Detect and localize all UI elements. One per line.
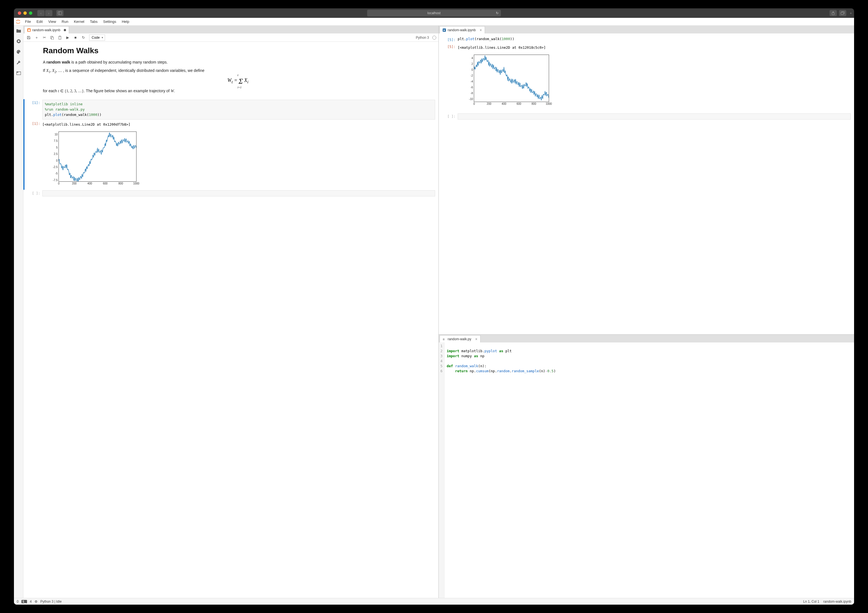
- copy-button[interactable]: [49, 34, 55, 41]
- notebook-icon: ▸: [443, 28, 446, 32]
- sidebar-icon: [58, 11, 62, 15]
- sidebar-toggle-button[interactable]: [56, 10, 64, 16]
- running-icon: [16, 39, 21, 43]
- running-tab[interactable]: [16, 39, 22, 44]
- page-title: Random Walks: [43, 46, 433, 55]
- tab-random-walk-notebook-left[interactable]: ▦ random-walk.ipynb: [24, 26, 69, 33]
- empty-input-prompt: [ ]:: [25, 190, 42, 196]
- notebook-icon: ▦: [27, 28, 31, 32]
- code-input[interactable]: %matplotlib inline %run random-walk.py p…: [42, 100, 435, 119]
- stop-button[interactable]: ■: [73, 34, 79, 41]
- open-tabs-icon: [16, 71, 21, 75]
- window-controls: [18, 11, 32, 15]
- run-button[interactable]: ▶: [65, 34, 71, 41]
- insert-cell-button[interactable]: ＋: [33, 34, 40, 41]
- new-tab-button[interactable]: +: [849, 11, 852, 16]
- empty-code-cell-left[interactable]: [ ]:: [23, 190, 439, 197]
- left-tabstrip: ▦ random-walk.ipynb: [23, 26, 439, 33]
- reload-icon[interactable]: ↻: [496, 11, 499, 15]
- cell-type-select[interactable]: Code: [89, 34, 105, 41]
- text-file-icon: ≡: [443, 337, 446, 341]
- browser-titlebar: ‹ › localhost ↻ +: [14, 8, 854, 18]
- dock-panel: ▦ random-walk.ipynb ＋ ✂ ▶ ■ ↻: [23, 26, 854, 598]
- status-cog-icon[interactable]: ⚙: [34, 600, 37, 604]
- forward-button[interactable]: ›: [45, 10, 53, 16]
- notebook-body-left[interactable]: Random Walks A random walk is a path obt…: [23, 42, 439, 598]
- right-dock: ▸ random-walk.ipynb × [5]: plt.plot(rand…: [439, 26, 854, 598]
- empty-code-input[interactable]: [42, 190, 435, 196]
- tabs-button[interactable]: [839, 10, 846, 16]
- markdown-cell[interactable]: Random Walks A random walk is a path obt…: [23, 42, 439, 99]
- right-bottom-panel: ≡ random-walk.py × 123456 import: [439, 335, 854, 598]
- jupyter-icon: [16, 19, 21, 25]
- cell-type-label: Code: [91, 36, 100, 40]
- code-line-4: [447, 358, 556, 364]
- jupyter-logo[interactable]: [14, 18, 22, 26]
- right-top-panel: ▸ random-walk.ipynb × [5]: plt.plot(rand…: [439, 26, 854, 335]
- minimize-window-button[interactable]: [23, 11, 27, 15]
- browser-window: ‹ › localhost ↻ + File Edit: [14, 8, 854, 605]
- code-line-3: import numpy as np: [447, 354, 556, 358]
- close-icon[interactable]: ×: [475, 337, 477, 341]
- file-browser-tab[interactable]: [16, 28, 22, 33]
- svg-rect-15: [59, 36, 60, 37]
- notebook-toolbar: ＋ ✂ ▶ ■ ↻ Code Python 3: [23, 33, 439, 42]
- close-window-button[interactable]: [18, 11, 21, 15]
- output-prompt: [5]:: [440, 44, 458, 110]
- paste-button[interactable]: [57, 34, 63, 41]
- empty-code-cell-right[interactable]: [ ]:: [439, 113, 854, 120]
- tab-label: random-walk.ipynb: [32, 28, 60, 32]
- status-kernel[interactable]: Python 3 | Idle: [40, 600, 62, 604]
- output-figure-right: -10-8-6-4-202402004006008001000: [458, 51, 551, 109]
- svg-rect-13: [51, 37, 53, 40]
- right-bottom-tabstrip: ≡ random-walk.py ×: [439, 335, 854, 343]
- menu-tabs[interactable]: Tabs: [87, 18, 100, 25]
- svg-rect-0: [58, 12, 62, 15]
- menubar: File Edit View Run Kernel Tabs Settings …: [14, 18, 854, 26]
- status-filename: random-walk.ipynb: [823, 600, 851, 604]
- tab-label: random-walk.ipynb: [448, 28, 476, 32]
- share-button[interactable]: [829, 10, 837, 16]
- kernel-name[interactable]: Python 3: [416, 36, 429, 40]
- menu-kernel[interactable]: Kernel: [71, 18, 87, 25]
- input-prompt: [5]:: [440, 37, 458, 43]
- menu-edit[interactable]: Edit: [34, 18, 45, 25]
- menu-settings[interactable]: Settings: [100, 18, 119, 25]
- output-prompt: [1]:: [25, 121, 42, 189]
- menu-run[interactable]: Run: [59, 18, 71, 25]
- cut-button[interactable]: ✂: [41, 34, 47, 41]
- tab-random-walk-notebook-right[interactable]: ▸ random-walk.ipynb ×: [440, 26, 485, 33]
- terminal-icon[interactable]: $_: [22, 600, 27, 603]
- open-tabs-tab[interactable]: [16, 70, 22, 76]
- commands-tab[interactable]: [16, 49, 22, 54]
- svg-point-9: [19, 51, 20, 51]
- status-count-a: 0: [17, 600, 19, 604]
- text-editor[interactable]: 123456 import matplotlib.pyplot as plt i…: [439, 343, 854, 598]
- code-cell-5[interactable]: [5]: plt.plot(random_walk(1000)): [439, 36, 854, 43]
- notebook-body-right[interactable]: [5]: plt.plot(random_walk(1000)) [5]: [<…: [439, 33, 854, 334]
- menu-file[interactable]: File: [22, 18, 34, 25]
- code-content[interactable]: import matplotlib.pyplot as plt import n…: [445, 343, 558, 598]
- status-count-b: 4: [30, 600, 32, 604]
- code-cell-1[interactable]: [1]: %matplotlib inline %run random-walk…: [23, 99, 439, 120]
- input-prompt: [1]:: [25, 100, 42, 119]
- svg-point-8: [18, 50, 19, 51]
- kernel-indicator[interactable]: [432, 36, 436, 40]
- wrench-icon: [16, 60, 21, 65]
- menu-view[interactable]: View: [45, 18, 59, 25]
- save-button[interactable]: [26, 34, 32, 41]
- restart-button[interactable]: ↻: [80, 34, 86, 41]
- tools-tab[interactable]: [16, 60, 22, 65]
- unsaved-indicator: [64, 29, 66, 31]
- menu-help[interactable]: Help: [119, 18, 132, 25]
- back-button[interactable]: ‹: [37, 10, 45, 16]
- close-icon[interactable]: ×: [480, 28, 482, 32]
- svg-rect-14: [59, 36, 61, 39]
- address-bar[interactable]: localhost ↻: [367, 10, 501, 16]
- tab-random-walk-py[interactable]: ≡ random-walk.py ×: [440, 335, 480, 343]
- md-paragraph-1: A random walk is a path obtained by accu…: [43, 59, 433, 65]
- empty-code-input[interactable]: [458, 113, 851, 119]
- paste-icon: [58, 36, 62, 40]
- zoom-window-button[interactable]: [29, 11, 32, 15]
- right-top-tabstrip: ▸ random-walk.ipynb ×: [439, 26, 854, 33]
